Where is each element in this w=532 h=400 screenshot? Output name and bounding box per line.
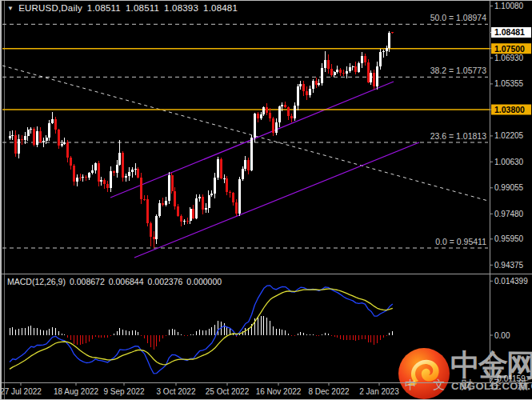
window-border-top <box>0 0 532 1</box>
svg-text:8 Dec 2022: 8 Dec 2022 <box>308 387 350 396</box>
quote-low: 1.08393 <box>164 3 198 13</box>
svg-text:18 Aug 2022: 18 Aug 2022 <box>54 387 99 396</box>
svg-text:0.94375: 0.94375 <box>494 261 524 270</box>
macd-value-signal: 0.006844 <box>109 277 144 286</box>
svg-text:1.10080: 1.10080 <box>494 2 524 10</box>
quote-close: 1.08481 <box>203 3 238 13</box>
svg-text:1.06930: 1.06930 <box>494 54 524 62</box>
macd-name: MACD(12,26,9) <box>7 277 66 286</box>
svg-text:1.08481: 1.08481 <box>494 27 525 37</box>
macd-indicator-label: MACD(12,26,9)0.0086720.0068440.0023760.0… <box>7 277 222 286</box>
symbol-label: EURUSD,Daily <box>18 3 82 13</box>
symbol-dropdown-arrow[interactable]: ▼ <box>7 5 14 12</box>
svg-text:25 Oct 2022: 25 Oct 2022 <box>206 387 250 396</box>
svg-text:-0.01159: -0.01159 <box>494 374 526 383</box>
svg-text:1.05355: 1.05355 <box>494 79 524 88</box>
svg-text:0.014399: 0.014399 <box>494 277 528 286</box>
window-border-left <box>0 0 2 400</box>
svg-text:0.99055: 0.99055 <box>494 183 524 192</box>
macd-value-main: 0.008672 <box>70 277 105 286</box>
macd-axis[interactable]: 0.0143990.00-0.01159 <box>490 277 528 383</box>
date-axis[interactable]: 27 Jul 202218 Aug 20229 Sep 20223 Oct 20… <box>0 382 399 396</box>
svg-text:1.03800: 1.03800 <box>494 105 525 114</box>
svg-text:1.00630: 1.00630 <box>494 158 524 166</box>
macd-value-hist: 0.002376 <box>148 277 183 286</box>
svg-text:2 Jan 2023: 2 Jan 2023 <box>359 387 399 396</box>
svg-text:1.02205: 1.02205 <box>494 131 524 140</box>
svg-text:16 Nov 2022: 16 Nov 2022 <box>256 387 302 396</box>
svg-text:0.97480: 0.97480 <box>494 210 524 218</box>
svg-text:9 Sep 2022: 9 Sep 2022 <box>103 387 145 396</box>
price-axis[interactable]: 1.100801.084811.075001.069301.053551.038… <box>490 2 531 270</box>
macd-value-zero: 0.000000 <box>186 277 222 286</box>
svg-text:3 Oct 2022: 3 Oct 2022 <box>157 387 196 396</box>
chart-window: 50.0 = 1.0897438.2 = 1.0577323.6 = 1.018… <box>0 0 532 400</box>
svg-text:27 Jul 2022: 27 Jul 2022 <box>0 387 42 396</box>
quote-high: 1.08511 <box>126 3 159 13</box>
svg-text:1.07500: 1.07500 <box>494 44 525 54</box>
panel-separators <box>0 0 532 383</box>
quote-open: 1.08511 <box>87 3 121 13</box>
axis-overlay: 1.100801.084811.075001.069301.053551.038… <box>0 0 532 400</box>
svg-text:0.00: 0.00 <box>494 331 510 340</box>
chart-title: ▼EURUSD,Daily1.085111.085111.083931.0848… <box>7 3 238 13</box>
svg-text:0.95950: 0.95950 <box>494 234 524 243</box>
